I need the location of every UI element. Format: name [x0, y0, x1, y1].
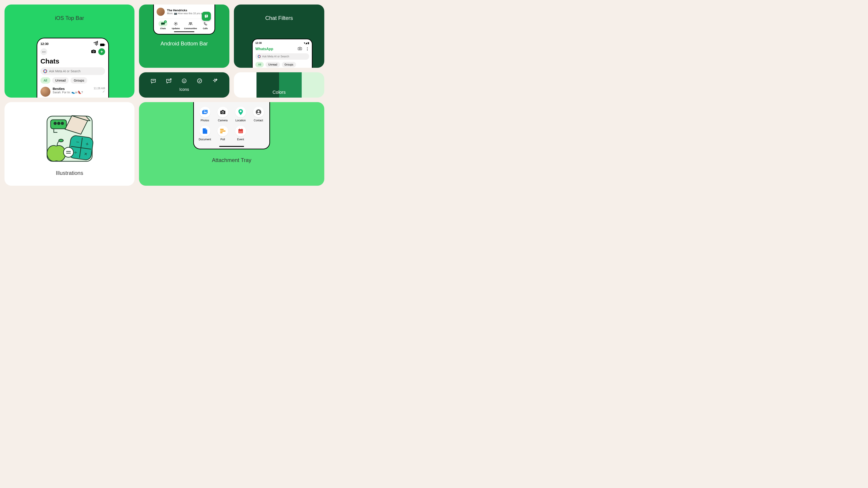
svg-point-50: [240, 132, 241, 133]
contact-icon: [253, 107, 264, 118]
svg-point-47: [240, 131, 241, 132]
new-chat-button[interactable]: +: [98, 48, 105, 55]
icons-card-label: Icons: [179, 87, 189, 92]
ios-time: 12:30: [40, 42, 49, 46]
verified-icon: [197, 78, 202, 85]
ios-top-bar-card: iOS Top Bar 12:30 ⋯: [4, 4, 134, 98]
nav-calls[interactable]: Calls: [201, 21, 210, 30]
page-title: Chats: [40, 57, 105, 65]
colors-card-label: Colors: [234, 90, 324, 95]
home-indicator: [174, 31, 194, 32]
battery-icon: [100, 43, 105, 47]
filter-groups[interactable]: Groups: [70, 77, 87, 84]
illustrations-card-label: Illustrations: [56, 170, 83, 176]
nav-updates[interactable]: Updates: [171, 21, 180, 30]
android-status-bar: 12:30 ▾◢ ▮: [255, 41, 309, 44]
svg-point-12: [185, 80, 185, 80]
ios-phone-frame: 12:30 ⋯: [37, 38, 109, 98]
sparkle-icon: [212, 78, 218, 85]
pin-icon: [94, 90, 105, 94]
filter-groups[interactable]: Groups: [282, 62, 296, 67]
new-chat-fab[interactable]: [202, 12, 211, 21]
more-icon[interactable]: ⋮: [306, 47, 309, 51]
location-icon: [235, 107, 246, 118]
calls-icon: [201, 21, 210, 26]
attach-contact[interactable]: Contact: [251, 107, 266, 122]
svg-point-7: [191, 22, 192, 24]
attach-event[interactable]: Event: [233, 126, 248, 141]
svg-rect-40: [220, 131, 225, 132]
svg-point-9: [170, 78, 172, 80]
search-input[interactable]: Ask Meta AI or Search: [40, 67, 105, 75]
chat-message: Sarah: For tn: 👟or👠?: [53, 91, 91, 94]
ios-status-bar: 12:30: [40, 41, 105, 46]
search-input[interactable]: Ask Meta AI or Search: [255, 53, 309, 60]
android-card-label: Android Bottom Bar: [160, 40, 208, 47]
svg-rect-1: [105, 44, 105, 45]
attach-phone-frame: Photos Camera Location Contact Document: [193, 102, 270, 149]
svg-rect-39: [220, 129, 224, 130]
svg-point-6: [189, 22, 190, 24]
more-button[interactable]: ⋯: [40, 48, 47, 55]
chat-name: Besties: [53, 87, 91, 91]
cellular-icon: [94, 41, 105, 43]
attach-camera[interactable]: Camera: [215, 107, 230, 122]
document-icon: [199, 126, 210, 136]
app-title: WhatsApp: [255, 47, 273, 51]
status-time: 12:30: [255, 41, 262, 44]
updates-icon: [171, 21, 180, 26]
attach-location[interactable]: Location: [233, 107, 248, 122]
illustration-graphic: − + ÷ ×: [42, 111, 97, 164]
filter-unread[interactable]: Unread: [266, 62, 280, 67]
chat-filters-card: Chat Filters 12:30 ▾◢ ▮ WhatsApp ⋮ Ask M…: [234, 4, 324, 68]
icons-card: Icons: [139, 72, 229, 98]
nav-chats[interactable]: 6 Chats: [158, 21, 167, 30]
meta-ai-icon: [258, 55, 261, 58]
svg-point-28: [63, 147, 73, 157]
svg-point-46: [239, 131, 240, 132]
avatar-emoji-icon: [182, 78, 187, 85]
camera-icon[interactable]: [91, 49, 96, 54]
home-indicator: [219, 146, 244, 147]
svg-point-36: [240, 110, 242, 112]
svg-point-49: [239, 132, 240, 133]
svg-point-11: [183, 80, 184, 80]
attach-poll[interactable]: Poll: [215, 126, 230, 141]
filter-all[interactable]: All: [40, 77, 51, 84]
colors-card: Colors: [234, 72, 324, 98]
bottom-nav: 6 Chats Updates Communities: [157, 21, 212, 30]
chat-time: 11:26 AM: [94, 87, 105, 90]
svg-rect-43: [239, 129, 243, 130]
svg-point-8: [299, 48, 301, 49]
svg-rect-41: [220, 132, 223, 133]
attach-document[interactable]: Document: [197, 126, 213, 141]
camera-icon[interactable]: [298, 47, 302, 51]
search-placeholder: Ask Meta AI or Search: [262, 55, 289, 58]
svg-point-38: [258, 110, 259, 112]
wifi-icon: [95, 43, 99, 47]
filters-phone-frame: 12:30 ▾◢ ▮ WhatsApp ⋮ Ask Meta AI or Sea…: [252, 39, 313, 68]
chat-row[interactable]: Besties Sarah: For tn: 👟or👠? 11:26 AM: [40, 87, 105, 98]
svg-point-35: [222, 111, 223, 113]
search-placeholder: Ask Meta AI or Search: [49, 69, 81, 73]
svg-point-3: [93, 51, 94, 52]
camera-icon: [217, 107, 228, 118]
svg-rect-45: [242, 129, 242, 130]
svg-rect-0: [100, 43, 104, 46]
ios-status-icons: [94, 41, 105, 47]
svg-point-5: [175, 23, 177, 24]
event-icon: [235, 126, 246, 136]
chat-name: The Hendricks: [167, 8, 205, 12]
filter-row: All Unread Groups: [255, 62, 309, 68]
attach-photos[interactable]: Photos: [197, 107, 213, 122]
svg-point-51: [241, 132, 242, 133]
nav-communities[interactable]: Communities: [184, 21, 197, 30]
filter-all[interactable]: All: [255, 62, 264, 67]
chat-outline-icon: [151, 78, 156, 85]
illustrations-card: − + ÷ × Illustrations: [4, 102, 134, 186]
filters-card-label: Chat Filters: [234, 15, 324, 21]
filter-unread[interactable]: Unread: [52, 77, 69, 84]
svg-point-33: [204, 110, 205, 111]
filter-row: All Unread Groups: [40, 77, 105, 84]
svg-point-15: [54, 122, 57, 125]
